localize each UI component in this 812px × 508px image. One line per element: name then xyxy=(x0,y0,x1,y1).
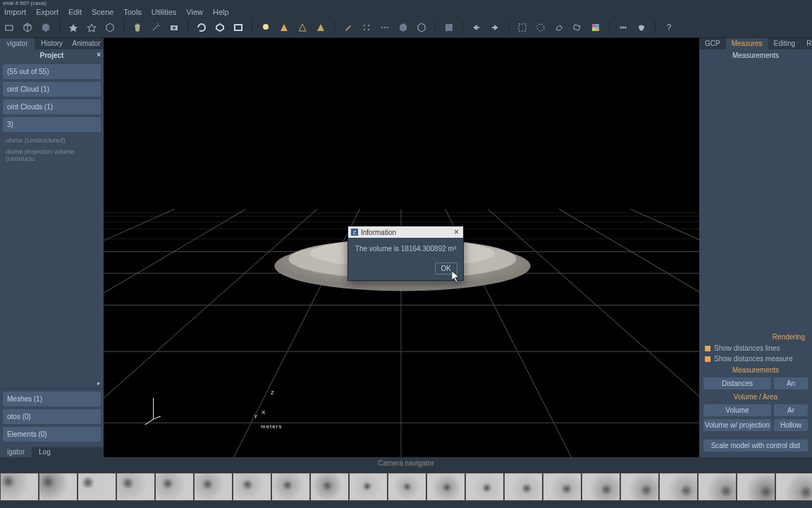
tab-editing[interactable]: Editing xyxy=(768,38,801,49)
scale-model-button[interactable]: Scale model with control dist xyxy=(703,440,808,452)
cube4-icon[interactable] xyxy=(397,21,410,34)
tab-navigator[interactable]: vigator xyxy=(0,38,35,49)
area-button[interactable]: Ar xyxy=(774,404,808,416)
lasso-rect-icon[interactable] xyxy=(516,21,529,34)
chk-distances-lines[interactable]: Show distances lines xyxy=(699,343,812,353)
thumbnail[interactable] xyxy=(504,473,543,501)
angles-button[interactable]: An xyxy=(774,377,808,389)
thumbnail[interactable] xyxy=(543,473,582,501)
tree-item-texmeshes[interactable]: Meshes (1) xyxy=(3,392,101,406)
lasso-poly-icon[interactable] xyxy=(571,21,584,34)
pencil-icon[interactable] xyxy=(342,21,355,34)
tab-measures[interactable]: Measures xyxy=(726,38,768,49)
thumbnail[interactable] xyxy=(426,473,465,501)
tree-item-images[interactable]: (55 out of 55) xyxy=(3,64,101,79)
thumbnail[interactable] xyxy=(233,473,271,501)
mask-icon[interactable] xyxy=(635,21,648,34)
undo-icon[interactable] xyxy=(470,21,483,34)
thumbnail[interactable] xyxy=(349,473,388,501)
lasso-circ-icon[interactable] xyxy=(534,21,547,34)
thumbnail[interactable] xyxy=(388,473,426,501)
close-icon[interactable]: × xyxy=(97,51,101,59)
thumbnail[interactable] xyxy=(775,473,812,501)
thumbnail[interactable] xyxy=(0,473,39,501)
tree-item-orthos[interactable]: otos (0) xyxy=(3,409,101,424)
wand-icon[interactable] xyxy=(149,21,162,34)
thumbnail[interactable] xyxy=(39,473,78,501)
tab-animator[interactable]: Animator xyxy=(69,38,104,49)
dialog-titlebar[interactable]: Z Information × xyxy=(348,226,463,238)
tab-nav-bottom[interactable]: igator xyxy=(0,447,32,457)
volume-button[interactable]: Volume xyxy=(703,404,771,416)
tab-history[interactable]: History xyxy=(35,38,69,49)
ruler-icon[interactable] xyxy=(617,21,629,34)
thumbnail[interactable] xyxy=(620,473,659,501)
chk-distances-measure[interactable]: Show distances measure xyxy=(699,353,812,364)
thumbnail[interactable] xyxy=(582,473,620,501)
chk-distances-measure-label: Show distances measure xyxy=(714,355,793,363)
dialog-ok-button[interactable]: OK xyxy=(435,262,457,274)
dialog-close-button[interactable]: × xyxy=(453,227,460,237)
volume-projection-button[interactable]: Volume w/ projection xyxy=(703,419,771,431)
menu-tools[interactable]: Tools xyxy=(123,8,142,16)
tab-reg[interactable]: Reg xyxy=(801,38,812,49)
distances-button[interactable]: Distances xyxy=(703,377,771,389)
menu-export[interactable]: Export xyxy=(36,8,59,16)
tab-log[interactable]: Log xyxy=(32,447,58,457)
hex-icon[interactable] xyxy=(214,21,226,34)
menu-edit[interactable]: Edit xyxy=(68,8,82,16)
tree-sub-volumeproj[interactable]: olume projection volume (Unstructu xyxy=(3,146,101,164)
menu-view[interactable]: View xyxy=(186,8,203,16)
reload-icon[interactable] xyxy=(195,21,208,34)
dots1-icon[interactable] xyxy=(360,21,373,34)
tree-item-elements[interactable]: Elements (0) xyxy=(3,427,101,442)
cube-icon[interactable] xyxy=(21,21,34,34)
thumbnail[interactable] xyxy=(698,473,737,501)
hollow-button[interactable]: Hollow xyxy=(774,419,808,431)
chk-distances-lines-label: Show distances lines xyxy=(714,344,780,352)
tree-item-densepointclouds[interactable]: oint Clouds (1) xyxy=(3,99,101,114)
thumbnail[interactable] xyxy=(116,473,155,501)
menu-help[interactable]: Help xyxy=(213,8,229,16)
thumbnail[interactable] xyxy=(78,473,116,501)
cube3-icon[interactable] xyxy=(104,21,116,34)
tree-sub-volume[interactable]: olume (Unstructured) xyxy=(3,135,101,146)
warn3-icon[interactable] xyxy=(314,21,327,34)
lasso-free-icon[interactable] xyxy=(553,21,565,34)
checkbox-icon xyxy=(705,356,710,362)
thumbnail[interactable] xyxy=(659,473,698,501)
svg-rect-15 xyxy=(592,24,596,28)
tree-item-meshes[interactable]: 3) xyxy=(3,117,101,132)
menu-import[interactable]: Import xyxy=(4,8,26,16)
cube5-icon[interactable] xyxy=(415,21,428,34)
thumbnail[interactable] xyxy=(310,473,349,501)
warn2-icon[interactable] xyxy=(296,21,309,34)
tree-item-pointcloud[interactable]: oint Cloud (1) xyxy=(3,82,101,97)
color-icon[interactable] xyxy=(589,21,602,34)
menu-scene[interactable]: Scene xyxy=(92,8,113,16)
svg-point-7 xyxy=(364,29,365,30)
cube2-icon[interactable] xyxy=(39,21,52,34)
svg-point-6 xyxy=(368,25,369,26)
tool-1-icon[interactable] xyxy=(3,21,16,34)
tree-header-toggle[interactable]: ▸ xyxy=(0,378,104,388)
thumbnail[interactable] xyxy=(194,473,233,501)
trash-icon[interactable] xyxy=(131,21,144,34)
dots2-icon[interactable] xyxy=(379,21,391,34)
menu-utilities[interactable]: Utilities xyxy=(152,8,176,16)
star2-icon[interactable] xyxy=(85,21,98,34)
warn1-icon[interactable] xyxy=(278,21,290,34)
bulb-icon[interactable] xyxy=(259,21,272,34)
rect-icon[interactable] xyxy=(232,21,245,34)
help-icon[interactable]: ? xyxy=(663,21,675,34)
camera-icon[interactable] xyxy=(168,21,180,34)
redo-icon[interactable] xyxy=(488,21,501,34)
thumbnail[interactable] xyxy=(155,473,194,501)
thumbnail[interactable] xyxy=(737,473,775,501)
svg-rect-12 xyxy=(445,24,453,31)
thumbnail[interactable] xyxy=(465,473,504,501)
tab-gcp[interactable]: GCP xyxy=(699,38,726,49)
grid-icon[interactable] xyxy=(443,21,455,34)
star1-icon[interactable] xyxy=(67,21,80,34)
thumbnail[interactable] xyxy=(271,473,310,501)
